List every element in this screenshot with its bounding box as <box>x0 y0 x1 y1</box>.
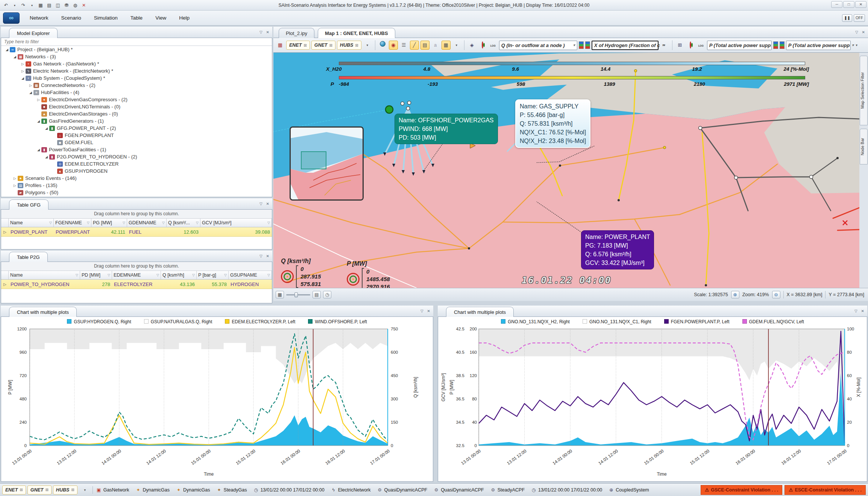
eline-result-dropdown[interactable]: P (Total active power supp▾ <box>786 41 851 50</box>
chips-dropdown-icon[interactable]: ▾ <box>80 485 90 494</box>
overflow-icon[interactable]: ▾ <box>852 41 861 50</box>
column-header-pd-mw-[interactable]: PD [MW]▽ <box>80 271 112 279</box>
filter-funnel-icon[interactable]: ▽ <box>108 273 110 277</box>
filter-funnel-icon[interactable]: ▽ <box>156 273 159 277</box>
constraint-violation-alert[interactable]: ⚠GSCE-Constraint Violation . . . <box>701 485 782 495</box>
maximize-button[interactable]: □ <box>843 1 854 8</box>
status-clock[interactable]: ◷13/01/22 00:00 17/01/22 00:00 <box>531 487 602 493</box>
column-header-gdemname[interactable]: GDEMNAME▽ <box>127 219 167 227</box>
grid-icon[interactable]: ▦ <box>442 41 451 50</box>
tree-item[interactable]: ▷ϟElectric Network - (ElectricNetwork) * <box>1 67 272 75</box>
zoom-out-icon[interactable]: ⊖ <box>772 291 780 298</box>
filter-funnel-icon[interactable]: ▽ <box>267 221 270 225</box>
tree-expander-icon[interactable]: ▷ <box>20 62 26 66</box>
filter-funnel-icon[interactable]: ▽ <box>267 273 270 277</box>
enode-colorscale-icon[interactable] <box>773 41 778 49</box>
redo-caret-icon[interactable]: ▾ <box>28 2 36 9</box>
tree-item[interactable]: ◢▮GFG.POWER_PLANT - (2) <box>1 125 272 132</box>
column-header-p-bar-g-[interactable]: P [bar-g]▽ <box>197 271 229 279</box>
time-icon[interactable]: ◷ <box>323 291 331 298</box>
hub-network-icon[interactable]: ◉ <box>389 41 398 50</box>
status-gas-network[interactable]: ▣GasNetwork <box>96 487 129 493</box>
chart-left-plot[interactable]: 02404807209601200P [MW]0150300450600750Q… <box>1 327 433 480</box>
web-export-icon[interactable]: ◍ <box>71 2 79 9</box>
undo-icon[interactable]: ↶ <box>2 2 10 9</box>
chip-enet[interactable]: ENET⊠ <box>2 485 26 494</box>
close-icon[interactable]: ✕ <box>861 309 864 313</box>
panel-menu-icon[interactable]: ▽ <box>259 202 263 206</box>
tree-expander-icon[interactable]: ▷ <box>12 184 18 187</box>
node-result-dropdown[interactable]: Q (In- or outflow at a node )▾ <box>499 41 577 50</box>
column-header-edemname[interactable]: EDEMNAME▽ <box>112 271 161 279</box>
tree-item[interactable]: ▷+Gas Network - (GasNetwork) * <box>1 60 272 67</box>
elec-prop-icon[interactable]: ⊞ <box>675 41 684 50</box>
tree-expander-icon[interactable]: ◢ <box>12 55 18 59</box>
menu-network[interactable]: Network <box>23 13 55 23</box>
minimize-button[interactable]: ─ <box>831 1 842 8</box>
tree-expander-icon[interactable]: ◢ <box>36 119 41 123</box>
log-lin-icon[interactable]: LOGLIN <box>489 41 498 50</box>
legend-item[interactable]: GDEM.FUEL.NQ!GCV, Left <box>742 319 804 324</box>
redo-icon[interactable]: ↷ <box>20 2 27 9</box>
legend-list-icon[interactable]: ☰ <box>399 41 408 50</box>
chip-gnet[interactable]: GNET⊠ <box>311 41 335 50</box>
tree-expander-icon[interactable]: ▷ <box>28 84 33 87</box>
zoom-in-icon[interactable]: ⊕ <box>731 291 739 298</box>
off-toggle[interactable]: OFF <box>854 14 865 22</box>
tab-table-gfg[interactable]: Table GFG <box>9 199 49 210</box>
line-colorscale-icon[interactable] <box>585 41 590 49</box>
overflow-icon[interactable]: ▾ <box>660 41 669 50</box>
chips-dropdown-icon[interactable]: ▾ <box>363 41 372 50</box>
tree-item[interactable]: ▲ElectricDrivenGasStorages - (0) <box>1 110 272 117</box>
column-header-gcv-mj-sm-[interactable]: GCV [MJ/sm³]▽ <box>200 219 272 227</box>
enode-result-dropdown[interactable]: P (Total active power supp▾ <box>707 41 772 50</box>
filter-funnel-icon[interactable]: ▽ <box>49 221 52 225</box>
chip-close-icon[interactable]: ⊠ <box>71 488 74 492</box>
tree-item[interactable]: ▰Polygons - (50) <box>1 189 272 196</box>
close-icon[interactable]: ✕ <box>266 202 269 206</box>
tree-expander-icon[interactable]: ◢ <box>4 48 10 52</box>
tree-item[interactable]: ▲GSUP.HYDROGEN <box>1 167 272 175</box>
tree-item[interactable]: ◢▦Networks - (3) <box>1 53 272 60</box>
save-all-icon[interactable]: ▤ <box>46 2 53 9</box>
close-button[interactable]: ✕ <box>855 1 866 8</box>
globe-icon[interactable] <box>378 41 387 50</box>
undo-caret-icon[interactable]: ▾ <box>11 2 18 9</box>
filter-funnel-icon[interactable]: ▽ <box>123 221 125 225</box>
column-header-name[interactable]: Name▽ <box>9 219 54 227</box>
tree-filter-input[interactable] <box>1 38 272 46</box>
tree-expander-icon[interactable]: ▷ <box>36 98 41 102</box>
overflow-icon[interactable]: ▾ <box>452 41 461 50</box>
layers-icon[interactable]: ▤ <box>313 291 321 298</box>
gauge-icon[interactable] <box>478 41 487 50</box>
panel-menu-icon[interactable]: ▽ <box>259 254 263 258</box>
tree-item[interactable]: ⌂FGEN.POWERPLANT <box>1 132 272 139</box>
status-acpf[interactable]: ⚙QuasiDynamicACPF <box>377 487 428 493</box>
tab-chart-left[interactable]: Chart with multiple plots <box>9 307 77 317</box>
constraint-violation-alert[interactable]: ⚠ESCE-Constraint Violation . . . <box>785 485 866 495</box>
status-coupled-system[interactable]: ⊕CoupledSystem <box>608 487 649 493</box>
filter-funnel-icon[interactable]: ▽ <box>224 273 227 277</box>
tree-item[interactable]: ◢✳HubFacilities - (4) <box>1 89 272 96</box>
profile-slope-icon[interactable]: ╱ <box>410 41 419 50</box>
status-acpf[interactable]: ⚙SteadyACPF <box>490 487 525 493</box>
opacity-slider[interactable] <box>286 294 310 295</box>
tree-expander-icon[interactable]: ▷ <box>20 69 26 73</box>
import-db-icon[interactable]: ◫ <box>54 2 62 9</box>
tree-item[interactable]: ▷▦ConnectedNetworks - (2) <box>1 82 272 89</box>
label-a-icon[interactable]: a <box>431 41 440 50</box>
legend-item[interactable]: GNO.NO_131.NQ!X_C1, Right <box>583 319 651 324</box>
filter-funnel-icon[interactable]: ▽ <box>87 221 90 225</box>
close-icon[interactable]: ✕ <box>427 309 430 313</box>
panel-menu-icon[interactable]: ▽ <box>259 30 263 34</box>
close-icon[interactable]: ✕ <box>266 30 269 34</box>
export-db-icon[interactable]: ⛃ <box>63 2 70 9</box>
column-header-pg-mw-[interactable]: PG [MW]▽ <box>91 219 127 227</box>
network-select-icon[interactable]: ▦ <box>276 41 285 50</box>
chip-close-icon[interactable]: ⊠ <box>45 488 48 492</box>
status-dynamic-gas[interactable]: ✦DynamicGas <box>135 487 170 493</box>
panel-menu-icon[interactable]: ▽ <box>420 309 423 313</box>
menu-simulation[interactable]: Simulation <box>88 13 124 23</box>
menu-view[interactable]: View <box>149 13 173 23</box>
panel-menu-icon[interactable]: ▽ <box>854 309 857 313</box>
